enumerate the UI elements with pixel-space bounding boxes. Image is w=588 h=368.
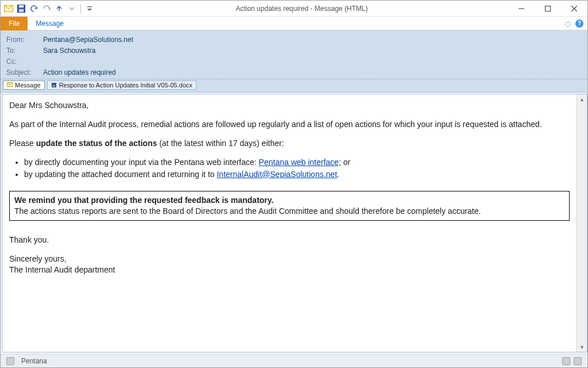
cc-label: Cc: (6, 57, 43, 66)
redo-icon[interactable] (41, 3, 52, 14)
svg-rect-4 (87, 6, 92, 7)
window-controls (508, 1, 587, 16)
close-button[interactable] (561, 1, 587, 17)
status-sender-name: Pentana (21, 357, 47, 365)
tab-message[interactable]: Message (28, 17, 72, 30)
collapse-ribbon-icon[interactable] (563, 19, 572, 28)
status-icon-2[interactable] (574, 357, 582, 365)
tab-file[interactable]: File (1, 17, 28, 30)
to-row: To: Sara Schouwstra (6, 45, 582, 56)
thanks: Thank you. (9, 235, 570, 246)
status-icon-1[interactable] (562, 357, 570, 365)
svg-rect-3 (19, 9, 24, 12)
scroll-down-icon[interactable]: ▼ (577, 342, 587, 352)
previous-item-icon[interactable] (53, 3, 65, 14)
help-icon[interactable]: ? (575, 19, 584, 28)
list-item: by updating the attached document and re… (24, 169, 570, 180)
to-value: Sara Schouwstra (43, 47, 95, 55)
presence-avatar-icon (6, 357, 14, 365)
attachment-message-tab[interactable]: Message (3, 80, 45, 90)
undo-icon[interactable] (28, 3, 40, 14)
svg-rect-6 (546, 6, 551, 12)
attachment-docx-label: Response to Action Updates Initial V05-0… (59, 82, 192, 89)
please-line: Please update the status of the actions … (9, 138, 570, 149)
to-label: To: (6, 47, 43, 55)
outlook-message-window: Action updates required - Message (HTML)… (0, 0, 588, 368)
ribbon-right-controls: ? (563, 19, 587, 28)
qat-separator (80, 4, 81, 13)
message-body: Dear Mrs Schouwstra, As part of the Inte… (2, 94, 577, 352)
greeting: Dear Mrs Schouwstra, (9, 100, 570, 111)
message-body-frame: Dear Mrs Schouwstra, As part of the Inte… (2, 94, 587, 352)
subject-row: Subject: Action updates required (6, 67, 582, 78)
ribbon-tabs: File Message ? (1, 17, 587, 30)
signature: The Internal Audit department (9, 264, 570, 275)
body-container: Dear Mrs Schouwstra, As part of the Inte… (1, 92, 587, 354)
maximize-button[interactable] (535, 1, 561, 17)
from-label: From: (6, 36, 43, 44)
closing: Sincerely yours, (9, 254, 570, 264)
subject-label: Subject: (6, 68, 43, 76)
pentana-web-link[interactable]: Pentana web interface (259, 158, 339, 167)
envelope-icon[interactable] (3, 3, 14, 14)
from-value: Pentana@SepiaSolutions.net (43, 36, 133, 44)
scroll-up-icon[interactable]: ▲ (577, 94, 587, 104)
vertical-scrollbar[interactable]: ▲ ▼ (577, 94, 587, 352)
attachment-strip: Message w Response to Action Updates Ini… (1, 79, 587, 92)
options-list: by directly documenting your input via t… (24, 157, 570, 180)
svg-rect-5 (519, 9, 524, 9)
from-row: From: Pentana@SepiaSolutions.net (6, 34, 582, 45)
status-right-icons (562, 357, 582, 365)
svg-rect-2 (19, 5, 24, 7)
save-icon[interactable] (16, 3, 27, 14)
message-mini-icon (7, 82, 13, 88)
status-bar: Pentana (1, 354, 587, 367)
reminder-box: We remind you that providing the request… (9, 191, 570, 221)
reminder-bold: We remind you that providing the request… (14, 195, 564, 206)
message-header: From: Pentana@SepiaSolutions.net To: Sar… (1, 30, 587, 79)
quick-access-toolbar (1, 1, 95, 16)
title-bar: Action updates required - Message (HTML) (1, 1, 587, 17)
scroll-track[interactable] (577, 104, 587, 342)
intro-paragraph: As part of the Internal Audit process, r… (9, 119, 570, 130)
customize-qat-icon[interactable] (84, 3, 95, 14)
word-doc-icon: w (51, 82, 57, 88)
cc-row: Cc: (6, 56, 582, 67)
subject-value: Action updates required (43, 68, 116, 76)
attachment-docx-tab[interactable]: w Response to Action Updates Initial V05… (47, 80, 196, 90)
window-title: Action updates required - Message (HTML) (95, 1, 508, 16)
attachment-message-label: Message (15, 82, 41, 89)
list-item: by directly documenting your input via t… (24, 157, 570, 168)
reminder-text: The actions status reports are sent to t… (14, 206, 564, 217)
minimize-button[interactable] (508, 1, 535, 17)
internal-audit-email-link[interactable]: InternalAudit@SepiaSolutions.net (216, 170, 337, 179)
next-item-icon[interactable] (66, 3, 78, 14)
